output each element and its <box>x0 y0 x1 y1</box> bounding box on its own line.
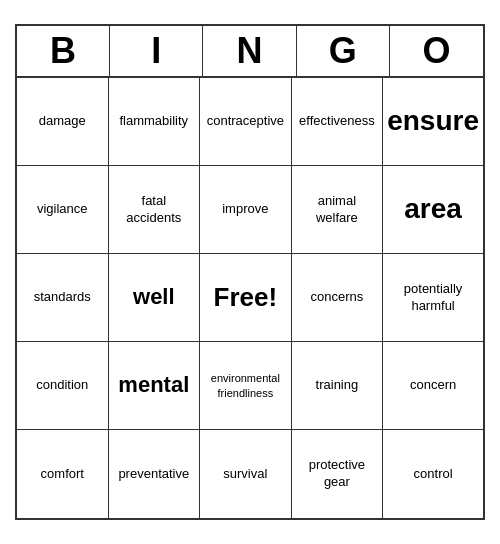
bingo-cell: area <box>383 166 483 254</box>
bingo-cell: control <box>383 430 483 518</box>
bingo-cell: potentially harmful <box>383 254 483 342</box>
bingo-cell: condition <box>17 342 109 430</box>
bingo-cell: survival <box>200 430 292 518</box>
bingo-cell: fatal accidents <box>109 166 201 254</box>
bingo-cell: well <box>109 254 201 342</box>
bingo-cell: standards <box>17 254 109 342</box>
bingo-cell: Free! <box>200 254 292 342</box>
header-letter: I <box>110 26 203 76</box>
bingo-cell: concerns <box>292 254 384 342</box>
bingo-cell: preventative <box>109 430 201 518</box>
header-letter: G <box>297 26 390 76</box>
bingo-cell: flammability <box>109 78 201 166</box>
bingo-cell: protective gear <box>292 430 384 518</box>
bingo-cell: contraceptive <box>200 78 292 166</box>
bingo-cell: environmental friendliness <box>200 342 292 430</box>
bingo-cell: damage <box>17 78 109 166</box>
bingo-header: BINGO <box>17 26 483 78</box>
header-letter: B <box>17 26 110 76</box>
bingo-cell: mental <box>109 342 201 430</box>
bingo-cell: concern <box>383 342 483 430</box>
bingo-cell: ensure <box>383 78 483 166</box>
bingo-cell: training <box>292 342 384 430</box>
header-letter: O <box>390 26 483 76</box>
bingo-cell: improve <box>200 166 292 254</box>
bingo-cell: comfort <box>17 430 109 518</box>
header-letter: N <box>203 26 296 76</box>
bingo-cell: effectiveness <box>292 78 384 166</box>
bingo-card: BINGO damageflammabilitycontraceptiveeff… <box>15 24 485 520</box>
bingo-grid: damageflammabilitycontraceptiveeffective… <box>17 78 483 518</box>
bingo-cell: animal welfare <box>292 166 384 254</box>
bingo-cell: vigilance <box>17 166 109 254</box>
